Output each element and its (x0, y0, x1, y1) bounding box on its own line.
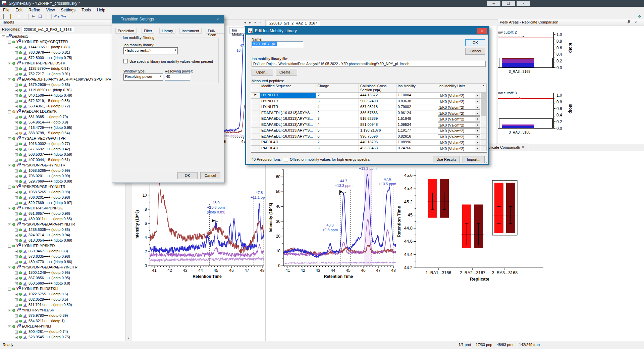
tree-transition-row[interactable]: +1058.5265++ (idotp 0.98) (0, 189, 125, 195)
units-select[interactable]: 1/K0 (Vs/cm^2)▼ (438, 116, 480, 121)
tree-peptide-row[interactable]: −YPEQRLDAI-HYINLI (0, 323, 125, 329)
tree-transition-row[interactable]: +651.6657+++ (idotp 0.96) (0, 211, 125, 216)
table-row[interactable]: HYINLITR3506.524900.836381/K0 (Vs/cm^2)▼ (251, 99, 487, 105)
expander-icon[interactable]: + (15, 218, 18, 221)
ok-button[interactable]: OK (465, 39, 485, 46)
table-cell[interactable]: 3 (316, 146, 359, 152)
expander-icon[interactable]: + (15, 94, 18, 97)
expander-icon[interactable]: + (15, 100, 18, 103)
close-icon[interactable]: × (477, 28, 487, 34)
expander-icon[interactable]: + (15, 202, 18, 205)
table-cell[interactable]: 2 (316, 110, 359, 116)
table-cell[interactable]: 1.10004 (396, 93, 437, 99)
tree-transition-row[interactable]: +672.3219, +5 (idotp 0.55) (0, 98, 125, 103)
column-header[interactable]: Modified Sequence (260, 84, 316, 93)
menu-settings[interactable]: Settings (58, 7, 78, 13)
units-select[interactable]: 1/K0 (Vs/cm^2)▼ (438, 111, 480, 116)
tab-full-scan[interactable]: Full-Scan (206, 28, 224, 34)
save-icon[interactable] (14, 14, 20, 19)
close-icon[interactable]: × (522, 145, 524, 149)
expander-icon[interactable]: + (15, 196, 18, 199)
expander-icon[interactable]: + (15, 212, 18, 215)
table-cell[interactable]: HYINLITR (260, 93, 316, 99)
table-row[interactable]: HYINLITR4637.932180.790021/K0 (Vs/cm^2)▼ (251, 104, 487, 110)
cut-icon[interactable]: ✂ (31, 14, 37, 19)
expander-icon[interactable]: + (15, 169, 18, 172)
spectral-library-icon[interactable]: ❖ (637, 14, 643, 19)
table-cell[interactable]: PAEDLAR (260, 146, 316, 152)
tree-peptide-row[interactable]: −YPYPSKPDNPGE-HYINLITR (0, 184, 125, 189)
tree-transition-row[interactable]: +529.7669++++ (idotp 0.99) (0, 179, 125, 184)
undo-icon[interactable]: ↶▾ (54, 14, 60, 19)
expander-icon[interactable]: + (15, 320, 18, 323)
tree-peptide-row[interactable]: −YPHYINLITR-PSKPDNPGE (0, 205, 125, 211)
tree-transition-row[interactable]: +859.9467++ (idotp 0.83) (0, 248, 125, 254)
pin-icon[interactable] (516, 146, 519, 150)
table-cell[interactable]: 3 (316, 116, 359, 122)
table-cell[interactable]: EDAPAEDL[-16.0313]ARYYS... (260, 134, 316, 140)
copy-icon[interactable]: ❐ (37, 14, 43, 19)
units-select[interactable]: 1/K0 (Vs/cm^2)▼ (438, 93, 480, 98)
dialog-title-bar[interactable]: Edit Ion Mobility Library × (246, 27, 488, 35)
tab-library[interactable]: Library (159, 28, 175, 34)
tree-peptide-row[interactable]: −YPEDAPAEDL[-16]ARYYSALR-M[+16]KVEQYGPQT… (0, 77, 125, 82)
table-cell[interactable]: 637.93218 (359, 104, 396, 110)
tree-transition-row[interactable]: +511.7914++++ (idotp 0.59) (0, 302, 125, 307)
row-selector[interactable] (251, 140, 260, 146)
expander-icon[interactable]: + (15, 148, 18, 151)
expander-icon[interactable]: + (15, 239, 18, 242)
menu-refine[interactable]: Refine (25, 7, 43, 13)
table-cell[interactable]: HYINLITR (260, 99, 316, 105)
name-input[interactable]: Y2R_NPY_pL (252, 41, 303, 48)
table-row[interactable]: EDAPAEDL[-16.0313]ARYYS...4881.009481.09… (251, 122, 487, 128)
expander-icon[interactable]: + (15, 331, 18, 334)
tree-transition-row[interactable]: +650.5660++++ (idotp 0.9) (0, 281, 125, 286)
scroll-up-icon[interactable]: ▲ (481, 84, 487, 93)
menu-edit[interactable]: Edit (12, 7, 25, 13)
table-row[interactable]: PAEDLAR3453.364630.747661/K0 (Vs/cm^2)▼ (251, 146, 487, 152)
table-scrollbar[interactable] (481, 146, 487, 152)
ion-mobility-library-select[interactable]: <Edit current...> ▼ (123, 47, 178, 54)
table-cell[interactable]: 0.74766 (396, 146, 437, 152)
expander-icon[interactable]: + (15, 191, 18, 194)
expander-icon[interactable]: − (8, 309, 11, 312)
expander-icon[interactable]: + (15, 143, 18, 146)
tree-transition-row[interactable]: +333.3798, +5 (idotp 0.54) (0, 130, 125, 136)
ok-button[interactable]: OK (177, 172, 198, 179)
expander-icon[interactable]: + (15, 277, 18, 280)
table-cell[interactable]: 1.09534 (396, 122, 437, 128)
tree-transition-row[interactable]: +508.5037++++ (idotp 0.59) (0, 152, 125, 157)
replicates-dropdown[interactable]: 220610_tw1_3_RA3_1_3168 (21, 27, 74, 32)
tab-menu-icon[interactable]: ▾ (253, 20, 257, 25)
tree-transition-row[interactable]: +407.0044, +5 (idotp 0.61) (0, 157, 125, 162)
table-cell[interactable]: HYINLITR (260, 104, 316, 110)
tree-peptide-row[interactable]: −YPPAEDLAR-LDLKEYK (0, 109, 125, 114)
table-cell[interactable]: 0.96124 (396, 110, 437, 116)
table-row[interactable]: ▶HYINLITR2444.135721.100041/K0 (Vs/cm^2)… (251, 93, 487, 99)
tree-transition-row[interactable]: +1058.5265++ (idotp 0.99) (0, 168, 125, 173)
menu-view[interactable]: View (43, 7, 58, 13)
menu-file[interactable]: File (0, 7, 12, 13)
table-row[interactable]: PAEDLAR2440.187951.089961/K0 (Vs/cm^2)▼ (251, 140, 487, 146)
units-select[interactable]: 1/K0 (Vs/cm^2)▼ (438, 140, 480, 145)
table-cell[interactable]: 4 (316, 122, 359, 128)
row-selector[interactable] (251, 146, 260, 152)
expander-icon[interactable]: + (15, 234, 18, 237)
offset-checkbox[interactable] (284, 157, 288, 161)
table-cell[interactable]: 881.00948 (359, 122, 396, 128)
tree-transition-row[interactable]: +618.3054++++ (idotp 0.69) (0, 238, 125, 243)
expander-icon[interactable]: + (15, 84, 18, 87)
tree-transition-row[interactable]: +1300.1248++ (idotp 0.95) (0, 270, 125, 275)
units-select[interactable]: 1/K0 (Vs/cm^2)▼ (438, 105, 480, 110)
expander-icon[interactable]: + (15, 132, 18, 135)
table-scrollbar[interactable] (481, 99, 487, 105)
table-cell[interactable]: 3 (316, 99, 359, 105)
table-cell[interactable]: 444.13572 (359, 93, 396, 99)
expander-icon[interactable]: + (15, 89, 18, 92)
tree-transition-row[interactable]: +1679.2939++ (idotp 0.56) (0, 82, 125, 87)
scroll-down-icon[interactable]: ▼ (126, 336, 131, 341)
expander-icon[interactable]: + (15, 105, 18, 108)
expander-icon[interactable]: − (8, 110, 11, 113)
table-scrollbar[interactable] (481, 134, 487, 140)
table-cell[interactable]: 440.18795 (359, 140, 396, 146)
